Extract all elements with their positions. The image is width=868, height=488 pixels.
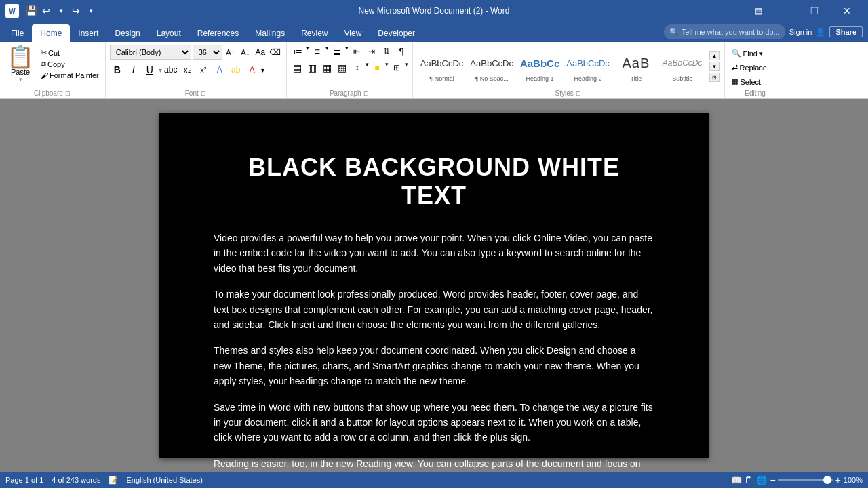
tab-home[interactable]: Home — [32, 24, 70, 42]
undo-button[interactable]: ↩ — [39, 4, 53, 18]
font-expand-icon[interactable]: ⊡ — [200, 90, 207, 97]
select-button[interactable]: ▦ Select - — [729, 76, 768, 87]
styles-expand[interactable]: ⊡ — [709, 73, 720, 82]
undo-dropdown[interactable]: ▾ — [54, 4, 68, 18]
paste-button[interactable]: 📋 Paste ▾ — [4, 45, 37, 84]
language[interactable]: English (United States) — [126, 476, 203, 484]
tab-layout[interactable]: Layout — [149, 24, 189, 42]
increase-font-size-button[interactable]: A↑ — [224, 45, 237, 59]
word-count: 4 of 243 words — [52, 476, 100, 484]
underline-dropdown[interactable]: ▾ — [159, 66, 162, 74]
borders-button[interactable]: ⊞ — [390, 61, 403, 75]
format-painter-button[interactable]: 🖌 Format Painter — [39, 70, 101, 80]
subscript-button[interactable]: x₂ — [180, 62, 195, 77]
style-heading1[interactable]: AaBbCc Heading 1 — [517, 49, 563, 84]
line-spacing-dropdown[interactable]: ▾ — [366, 61, 369, 75]
clear-formatting-button[interactable]: ⌫ — [269, 45, 282, 59]
web-layout-icon[interactable]: 🌐 — [756, 475, 767, 485]
align-center-button[interactable]: ▥ — [306, 61, 319, 75]
select-icon: ▦ — [732, 77, 738, 86]
redo-button[interactable]: ↪ — [69, 4, 83, 18]
decrease-font-size-button[interactable]: A↓ — [239, 45, 252, 59]
shading-button[interactable]: ■ — [370, 61, 384, 75]
borders-dropdown[interactable]: ▾ — [405, 61, 408, 75]
zoom-out-button[interactable]: − — [770, 474, 775, 485]
text-highlight-button[interactable]: ab — [229, 62, 243, 77]
zoom-level: 100% — [844, 476, 863, 484]
change-case-button[interactable]: Aa — [254, 45, 267, 59]
font-color-button[interactable]: A — [245, 62, 260, 77]
multilevel-dropdown[interactable]: ▾ — [345, 45, 349, 58]
styles-scroll-down[interactable]: ▼ — [709, 62, 720, 71]
style-subtitle[interactable]: AaBbCcDc Subtitle — [659, 49, 706, 84]
sign-in-button[interactable]: Sign in — [789, 28, 812, 36]
multilevel-list-button[interactable]: ≣ — [330, 45, 344, 58]
ribbon-toggle-button[interactable]: ▤ — [751, 4, 765, 18]
tab-insert[interactable]: Insert — [70, 24, 106, 42]
customize-quick-access[interactable]: ▾ — [84, 4, 98, 18]
zoom-slider[interactable] — [778, 479, 833, 481]
tab-review[interactable]: Review — [293, 24, 336, 42]
minimize-button[interactable]: — — [766, 0, 797, 22]
print-layout-icon[interactable]: 🗒 — [745, 475, 753, 485]
paragraph-expand-icon[interactable]: ⊡ — [363, 90, 370, 97]
styles-scroll-up[interactable]: ▲ — [709, 51, 720, 60]
font-family-select[interactable]: Calibri (Body) — [110, 45, 191, 60]
save-button[interactable]: 💾 — [24, 4, 38, 18]
paste-dropdown[interactable]: ▾ — [19, 76, 22, 83]
copy-button[interactable]: ⧉ Copy — [39, 59, 101, 69]
bullet-dropdown[interactable]: ▾ — [306, 45, 309, 58]
style-heading2[interactable]: AaBbCcDc Heading 2 — [563, 49, 613, 84]
strikethrough-button[interactable]: abc — [163, 62, 178, 77]
share-icon: 👤 — [816, 28, 825, 37]
decrease-indent-button[interactable]: ⇤ — [350, 45, 363, 58]
read-mode-icon[interactable]: 📖 — [731, 475, 742, 485]
zoom-thumb[interactable] — [823, 476, 831, 484]
sort-button[interactable]: ⇅ — [380, 45, 393, 58]
style-normal[interactable]: AaBbCcDc ¶ Normal — [417, 49, 467, 84]
share-button[interactable]: Share — [829, 26, 863, 37]
zoom-in-button[interactable]: + — [835, 474, 841, 485]
style-no-spacing[interactable]: AaBbCcDc ¶ No Spac... — [467, 49, 517, 84]
styles-expand-icon[interactable]: ⊡ — [575, 90, 582, 97]
tab-file[interactable]: File — [3, 24, 32, 42]
tab-references[interactable]: References — [189, 24, 247, 42]
restore-button[interactable]: ❐ — [799, 0, 830, 22]
font-color-dropdown[interactable]: ▾ — [261, 66, 264, 74]
font-size-select[interactable]: 36 — [193, 45, 222, 60]
numbering-dropdown[interactable]: ▾ — [326, 45, 329, 58]
replace-button[interactable]: ⇄ Replace — [729, 62, 770, 73]
bullet-list-button[interactable]: ≔ — [291, 45, 304, 58]
tab-developer[interactable]: Developer — [370, 24, 423, 42]
superscript-button[interactable]: x² — [196, 62, 211, 77]
search-bar[interactable]: 🔍 Tell me what you want to do... — [664, 24, 785, 39]
style-title[interactable]: AaB Title — [613, 49, 659, 84]
tab-view[interactable]: View — [336, 24, 370, 42]
style-nospace-label: ¶ No Spac... — [475, 75, 508, 82]
style-normal-label: ¶ Normal — [429, 75, 454, 82]
align-right-button[interactable]: ▦ — [321, 61, 334, 75]
paste-icon: 📋 — [7, 46, 34, 68]
shading-dropdown[interactable]: ▾ — [385, 61, 389, 75]
show-hide-button[interactable]: ¶ — [395, 45, 408, 58]
italic-button[interactable]: I — [126, 62, 141, 77]
numbered-list-button[interactable]: ≡ — [311, 45, 324, 58]
document-page[interactable]: BLACK BACKGROUND WHITE TEXT Video provid… — [159, 113, 709, 458]
bold-button[interactable]: B — [110, 62, 125, 77]
align-left-button[interactable]: ▤ — [291, 61, 304, 75]
tab-design[interactable]: Design — [106, 24, 148, 42]
find-dropdown[interactable]: ▾ — [760, 50, 763, 57]
proofing-icon[interactable]: 📝 — [108, 476, 118, 485]
clipboard-expand-icon[interactable]: ⊡ — [64, 90, 71, 97]
underline-button[interactable]: U — [142, 62, 157, 77]
increase-indent-button[interactable]: ⇥ — [365, 45, 378, 58]
title-bar-left: W 💾 ↩ ▾ ↪ ▾ — [5, 4, 98, 18]
replace-label: Replace — [740, 64, 767, 72]
text-effects-button[interactable]: A — [212, 62, 227, 77]
line-spacing-button[interactable]: ↕ — [351, 61, 364, 75]
justify-button[interactable]: ▧ — [336, 61, 349, 75]
close-button[interactable]: ✕ — [831, 0, 863, 22]
tab-mailings[interactable]: Mailings — [247, 24, 293, 42]
cut-button[interactable]: ✂ Cut — [39, 47, 101, 58]
find-button[interactable]: 🔍 Find ▾ — [729, 47, 766, 59]
